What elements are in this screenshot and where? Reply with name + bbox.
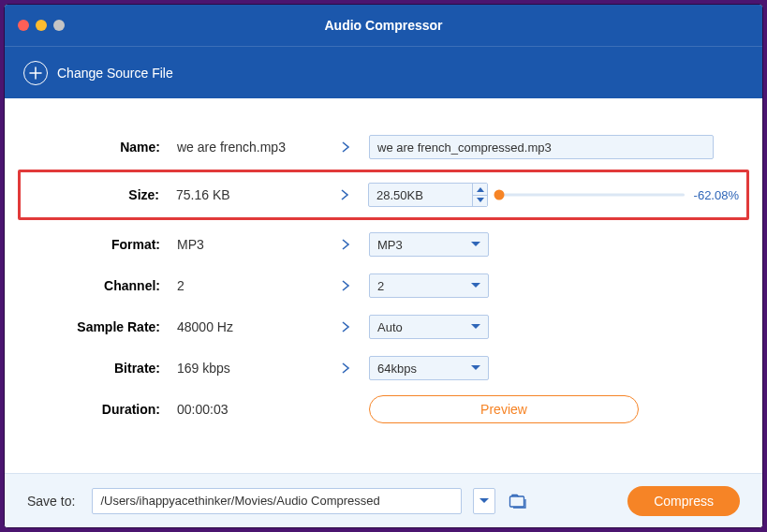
- path-history-button[interactable]: [473, 488, 495, 514]
- slider-track: [497, 194, 685, 197]
- change-source-button[interactable]: Change Source File: [57, 66, 173, 81]
- minimize-icon[interactable]: [36, 20, 47, 31]
- chevron-right-icon: [322, 320, 369, 333]
- format-value: MP3: [177, 237, 322, 252]
- size-row-highlight: Size: 75.16 KB: [18, 170, 749, 220]
- close-icon[interactable]: [18, 20, 29, 31]
- chevron-down-icon: [471, 242, 480, 247]
- chevron-down-icon: [479, 498, 489, 504]
- channel-value: 2: [177, 278, 322, 293]
- sample-rate-label: Sample Rate:: [22, 319, 177, 334]
- size-percent: -62.08%: [694, 188, 739, 202]
- bitrate-select[interactable]: 64kbps: [369, 356, 489, 380]
- size-value: 75.16 KB: [176, 187, 321, 202]
- sample-rate-select[interactable]: Auto: [369, 315, 489, 339]
- stepper-down-icon[interactable]: [473, 196, 487, 207]
- chevron-right-icon: [322, 279, 369, 292]
- chevron-down-icon: [471, 324, 480, 330]
- row-bitrate: Bitrate: 169 kbps 64kbps: [22, 349, 745, 387]
- add-icon[interactable]: [23, 61, 48, 85]
- size-slider[interactable]: [497, 188, 685, 201]
- folder-icon: [509, 493, 527, 510]
- target-size-stepper[interactable]: [368, 183, 488, 207]
- target-size-input[interactable]: [368, 183, 488, 207]
- window-controls: [18, 20, 65, 31]
- chevron-right-icon: [322, 362, 369, 375]
- sample-rate-select-value: Auto: [377, 320, 403, 334]
- row-sample-rate: Sample Rate: 48000 Hz Auto: [22, 308, 745, 346]
- row-size: Size: 75.16 KB: [21, 176, 746, 214]
- channel-select[interactable]: 2: [369, 273, 489, 298]
- duration-label: Duration:: [22, 402, 177, 417]
- footer: Save to: Compress: [5, 473, 762, 527]
- channel-label: Channel:: [22, 278, 177, 293]
- zoom-icon[interactable]: [53, 20, 65, 31]
- save-to-label: Save to:: [27, 494, 75, 509]
- toolbar: Change Source File: [5, 46, 762, 98]
- bitrate-value: 169 kbps: [177, 361, 322, 376]
- row-name: Name: we are french.mp3: [22, 128, 745, 166]
- titlebar: Audio Compressor: [5, 5, 762, 46]
- size-label: Size:: [21, 187, 176, 202]
- stepper-up-icon[interactable]: [473, 184, 487, 196]
- bitrate-label: Bitrate:: [22, 361, 177, 376]
- format-label: Format:: [22, 237, 177, 252]
- row-format: Format: MP3 MP3: [22, 226, 745, 263]
- channel-select-value: 2: [377, 279, 384, 293]
- window-title: Audio Compressor: [5, 18, 762, 33]
- chevron-right-icon: [322, 140, 369, 154]
- chevron-right-icon: [322, 238, 369, 251]
- chevron-right-icon: [321, 188, 368, 201]
- duration-value: 00:00:03: [177, 402, 322, 417]
- app-window: Audio Compressor Change Source File Name…: [4, 4, 763, 528]
- slider-thumb[interactable]: [494, 190, 505, 200]
- name-label: Name:: [22, 140, 177, 155]
- main-form: Name: we are french.mp3 Size: 75.16 KB: [5, 98, 762, 473]
- row-duration: Duration: 00:00:03 Preview: [22, 391, 745, 428]
- compress-button[interactable]: Compress: [627, 486, 740, 516]
- chevron-down-icon: [471, 365, 480, 371]
- chevron-down-icon: [471, 283, 480, 288]
- name-value: we are french.mp3: [177, 140, 322, 155]
- preview-button[interactable]: Preview: [369, 395, 639, 423]
- save-path-input[interactable]: [92, 488, 462, 514]
- format-select[interactable]: MP3: [369, 232, 489, 257]
- svg-rect-0: [510, 496, 524, 507]
- output-name-input[interactable]: [369, 135, 714, 159]
- open-folder-button[interactable]: [507, 492, 529, 510]
- row-channel: Channel: 2 2: [22, 267, 745, 304]
- size-slider-group: -62.08%: [497, 188, 746, 202]
- format-select-value: MP3: [377, 238, 403, 252]
- bitrate-select-value: 64kbps: [377, 362, 417, 376]
- sample-rate-value: 48000 Hz: [177, 319, 322, 334]
